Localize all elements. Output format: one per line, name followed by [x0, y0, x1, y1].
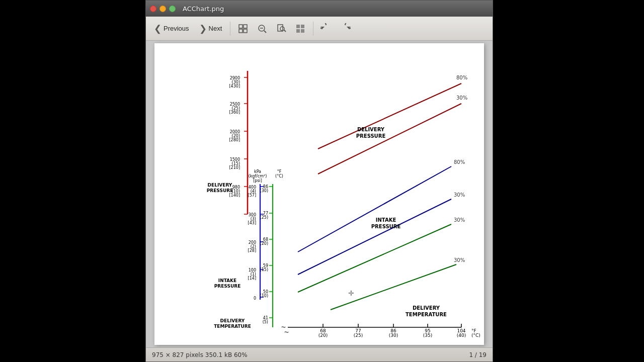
svg-text:[430]: [430]	[229, 84, 240, 88]
svg-text:(10): (10)	[260, 294, 268, 298]
image-info: 975 × 827 pixels 350.1 kB 60%	[152, 351, 248, 358]
maximize-button[interactable]	[169, 6, 176, 12]
content-area: 2900 (30) [430] 2500 (25) [360] 2000 (20…	[146, 41, 493, 347]
svg-text:30%: 30%	[454, 217, 465, 223]
svg-text:30%: 30%	[454, 192, 465, 198]
main-window: ACChart.png ❮ Previous ❯ Next	[145, 0, 493, 362]
page-info: 1 / 19	[469, 351, 487, 358]
svg-text:DELIVERY: DELIVERY	[208, 183, 232, 188]
svg-text:〜: 〜	[284, 330, 289, 335]
chart-svg: 2900 (30) [430] 2500 (25) [360] 2000 (20…	[154, 43, 484, 345]
svg-text:PRESSURE: PRESSURE	[356, 133, 386, 139]
svg-text:DELIVERY: DELIVERY	[357, 127, 385, 132]
svg-text:(5): (5)	[263, 320, 268, 324]
rotate-right-icon	[340, 23, 351, 34]
image-container: 2900 (30) [430] 2500 (25) [360] 2000 (20…	[154, 43, 484, 345]
svg-text:PRESSURE: PRESSURE	[207, 188, 233, 193]
rotate-left-button[interactable]	[317, 20, 335, 37]
svg-rect-12	[296, 29, 300, 33]
svg-text:(°C): (°C)	[275, 174, 283, 178]
svg-text:(30): (30)	[260, 189, 268, 193]
svg-text:✛: ✛	[348, 289, 354, 297]
svg-text:(40): (40)	[457, 333, 466, 338]
svg-text:0: 0	[254, 296, 256, 301]
previous-label: Previous	[164, 25, 189, 32]
svg-rect-2	[239, 29, 243, 33]
svg-text:DELIVERY: DELIVERY	[220, 318, 245, 323]
grid-view-button[interactable]	[292, 20, 309, 37]
svg-text:[210]: [210]	[229, 165, 240, 170]
next-label: Next	[209, 25, 222, 32]
toolbar-separator-2	[313, 22, 313, 36]
svg-text:PRESSURE: PRESSURE	[371, 224, 401, 229]
svg-line-6	[264, 31, 266, 33]
svg-text:INTAKE: INTAKE	[376, 217, 396, 223]
svg-text:80%: 80%	[454, 159, 465, 165]
zoom-out-icon	[257, 24, 267, 34]
next-arrow-icon: ❯	[199, 24, 207, 33]
svg-text:(35): (35)	[423, 333, 432, 338]
svg-text:30%: 30%	[456, 95, 467, 101]
svg-text:TEMPERATURE: TEMPERATURE	[406, 312, 447, 317]
rotate-right-button[interactable]	[337, 20, 354, 37]
svg-text:TEMPERATURE: TEMPERATURE	[214, 324, 251, 329]
svg-text:[14]: [14]	[248, 276, 256, 281]
svg-text:(20): (20)	[318, 333, 328, 338]
svg-text:[280]: [280]	[229, 138, 240, 142]
svg-text:(20): (20)	[260, 241, 268, 246]
next-button[interactable]: ❯ Next	[195, 22, 226, 35]
svg-text:°F: °F	[277, 169, 282, 174]
svg-text:[43]: [43]	[248, 221, 256, 225]
close-button[interactable]	[150, 6, 156, 12]
toolbar: ❮ Previous ❯ Next	[146, 17, 493, 41]
svg-text:[140]: [140]	[229, 193, 240, 198]
svg-text:[57]: [57]	[248, 193, 256, 198]
svg-text:〜: 〜	[281, 325, 286, 330]
svg-text:(25): (25)	[354, 333, 363, 338]
window-title: ACChart.png	[183, 5, 224, 13]
toolbar-separator-1	[230, 22, 230, 36]
grid-view-icon	[295, 24, 305, 34]
svg-text:[360]: [360]	[229, 110, 240, 115]
svg-text:[psi]: [psi]	[253, 178, 262, 183]
fit-page-icon	[238, 24, 248, 34]
rotate-left-icon	[320, 23, 332, 34]
minimize-button[interactable]	[159, 6, 166, 12]
svg-text:kPa: kPa	[254, 169, 261, 174]
svg-text:INTAKE: INTAKE	[218, 278, 236, 283]
svg-point-9	[280, 27, 284, 31]
zoom-page-button[interactable]	[273, 20, 290, 37]
svg-text:(15): (15)	[260, 267, 268, 272]
zoom-out-button[interactable]	[254, 20, 271, 37]
svg-rect-3	[244, 29, 247, 33]
svg-text:(°C): (°C)	[471, 333, 480, 338]
svg-text:30%: 30%	[454, 257, 465, 263]
svg-rect-16	[154, 43, 484, 345]
svg-rect-11	[301, 25, 304, 28]
previous-arrow-icon: ❮	[154, 24, 162, 33]
titlebar: ACChart.png	[146, 1, 493, 17]
svg-rect-1	[244, 25, 247, 28]
svg-rect-0	[239, 25, 243, 28]
svg-text:(30): (30)	[389, 333, 398, 338]
svg-text:[28]: [28]	[248, 248, 256, 253]
zoom-page-icon	[276, 24, 286, 34]
statusbar: 975 × 827 pixels 350.1 kB 60% 1 / 19	[146, 347, 493, 361]
fit-page-button[interactable]	[234, 20, 252, 37]
svg-text:80%: 80%	[456, 75, 467, 80]
previous-button[interactable]: ❮ Previous	[150, 22, 193, 35]
svg-rect-13	[301, 29, 304, 33]
svg-text:(kgf/cm²): (kgf/cm²)	[249, 174, 267, 178]
svg-text:(25): (25)	[260, 215, 268, 220]
svg-rect-10	[296, 25, 300, 28]
svg-text:PRESSURE: PRESSURE	[214, 284, 241, 289]
svg-text:DELIVERY: DELIVERY	[413, 305, 440, 311]
